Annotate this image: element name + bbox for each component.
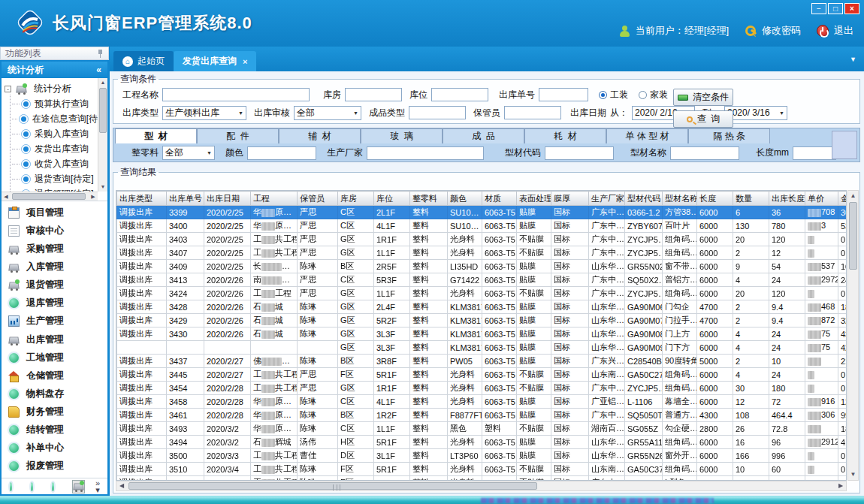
sidebar-item-11[interactable]: 物料盘存 <box>2 385 107 402</box>
tab-shipment-outbound-query[interactable]: 发货出库查询 × <box>174 51 256 71</box>
column-header-2[interactable]: 出库单号 <box>167 192 204 206</box>
table-row-4[interactable]: 调拨出库34072020/2/25工共工程严思G区1L1F整料光身料6063-T… <box>117 246 847 260</box>
table-vertical-scrollbar[interactable]: ▲ ▼ <box>847 190 859 481</box>
date-to-picker[interactable]: 2020/ 3/16 <box>724 106 787 120</box>
column-header-5[interactable]: 保管员 <box>298 192 338 206</box>
column-header-3[interactable]: 出库日期 <box>204 192 251 206</box>
change-password-button[interactable]: 修改密码 <box>762 24 801 38</box>
scroll-up-icon[interactable]: ▲ <box>848 191 858 201</box>
table-row-11[interactable]: G区3L3F整料KLM38176063-T5贴膜国标山东华…GA90M09.门下… <box>117 341 847 355</box>
column-header-14[interactable]: 型材代码 <box>625 192 663 206</box>
column-header-20[interactable]: 金 <box>838 192 847 206</box>
column-header-18[interactable]: 出库长度 <box>769 192 805 206</box>
scroll-right-icon[interactable]: ▶ <box>835 481 846 490</box>
tab-start-page[interactable]: 起始页 <box>113 51 174 71</box>
material-tab-2[interactable]: 配 件 <box>197 128 279 143</box>
sidebar-item-4[interactable]: 入库管理 <box>2 259 107 276</box>
table-row-5[interactable]: 调拨出库34092020/2/25长…陈琳B区2R5F整料LI35HD6063-… <box>117 260 847 273</box>
column-header-17[interactable]: 数量 <box>733 192 769 206</box>
scroll-down-icon[interactable]: ▼ <box>98 183 107 192</box>
material-tab-4[interactable]: 玻 璃 <box>361 128 443 143</box>
table-row-3[interactable]: 调拨出库34032020/2/25工共工程严思G区1R1F整料光身料6063-T… <box>117 233 847 246</box>
column-header-7[interactable]: 库位 <box>374 192 410 206</box>
scroll-up-icon[interactable]: ▲ <box>98 78 107 87</box>
sidebar-item-9[interactable]: 工地管理 <box>2 349 107 366</box>
scroll-left-icon[interactable]: ◀ <box>2 192 11 201</box>
sidebar-item-3[interactable]: 采购管理 <box>2 240 107 257</box>
sidebar-item-1[interactable]: 项目管理 <box>2 204 107 221</box>
table-row-18[interactable]: 调拨出库34942020/3/2石辉城汤伟H区5R1F整料光身料6063-T5贴… <box>117 436 847 449</box>
profile-name-input[interactable] <box>670 146 739 160</box>
tree-vertical-scrollbar[interactable]: ▲ ▼ <box>98 78 107 192</box>
order-no-input[interactable] <box>539 88 588 101</box>
sidebar-item-13[interactable]: 结转管理 <box>2 422 107 439</box>
material-tab-7[interactable]: 单 体 型 材 <box>606 128 688 143</box>
sidebar-item-8[interactable]: 出库管理 <box>2 331 107 348</box>
table-row-2[interactable]: 调拨出库34002020/2/25华原…严思C区4L1F整料SU10…6063-… <box>117 219 847 233</box>
material-tab-3[interactable]: 辅 材 <box>279 128 361 143</box>
scroll-thumb[interactable] <box>128 482 537 490</box>
tree-item-3[interactable]: 采购入库查询 <box>2 126 98 141</box>
tab-list-dropdown-icon[interactable]: ▼ <box>850 56 856 63</box>
sidebar-item-14[interactable]: 补单中心 <box>2 440 107 457</box>
table-row-19[interactable]: 调拨出库35002020/3/3工共工程曹佳D区3L1F整料LT3P606063… <box>117 449 847 463</box>
table-row-12[interactable]: 调拨出库34372020/2/27佛…陈琳B区3R8F整料PW056063-T5… <box>117 355 847 368</box>
table-row-17[interactable]: 调拨出库34932020/3/2华原…陈琳C区1L1F整料黑色塑料不贴膜国标湖南… <box>117 422 847 436</box>
pin-icon[interactable] <box>97 50 104 58</box>
sidebar-item-15[interactable]: 报废管理 <box>2 458 107 475</box>
tree-item-1[interactable]: 预算执行查询 <box>2 96 98 111</box>
table-row-1[interactable]: 调拨出库33992020/2/25华原…严思C区2L1F整料SU10…6063-… <box>117 206 847 219</box>
logout-button[interactable]: 退出 <box>834 24 853 38</box>
table-row-15[interactable]: 调拨出库34582020/2/28华原…陈琳C区4L1F整料光身料6063-T5… <box>117 395 847 409</box>
column-header-15[interactable]: 型材名称 <box>663 192 697 206</box>
table-row-8[interactable]: 调拨出库34282020/2/26石城陈琳G区2L4F整料KLM38176063… <box>117 300 847 314</box>
sidebar-item-5[interactable]: 退货管理 <box>2 277 107 294</box>
table-horizontal-scrollbar[interactable]: ◀ ▶ <box>116 481 847 491</box>
sidebar-item-10[interactable]: 仓储管理 <box>2 367 107 384</box>
scroll-right-icon[interactable]: ▶ <box>89 192 98 201</box>
toolbar-circle-icon[interactable] <box>52 482 54 491</box>
project-name-input[interactable] <box>162 88 310 101</box>
column-header-9[interactable]: 颜色 <box>448 192 482 206</box>
collapse-icon[interactable]: « <box>96 65 101 75</box>
close-button[interactable]: × <box>844 3 859 14</box>
search-button[interactable]: 查 询 <box>673 110 733 128</box>
column-header-4[interactable]: 工程 <box>251 192 298 206</box>
column-header-12[interactable]: 膜厚 <box>551 192 589 206</box>
location-input[interactable] <box>431 88 488 101</box>
material-tab-1[interactable]: 型 材 <box>115 128 197 143</box>
toolbar-more-button[interactable]: »▾ <box>95 480 100 493</box>
column-header-19[interactable]: 单价 <box>805 192 838 206</box>
table-row-10[interactable]: 调拨出库34302020/2/26石城陈琳G区3L3F整料KLM38176063… <box>117 327 847 341</box>
clear-conditions-button[interactable]: 清空条件 <box>673 89 733 106</box>
toolbar-cart-button[interactable] <box>72 480 85 493</box>
table-row-6[interactable]: 调拨出库34132020/2/26南…严思C区5R3F整料G714226063-… <box>117 273 847 287</box>
scroll-thumb[interactable] <box>12 193 86 200</box>
tree-root[interactable]: - 统计分析 <box>2 81 98 96</box>
material-tab-5[interactable]: 成 品 <box>443 128 524 143</box>
tree-item-2[interactable]: 在途信息查询[待 <box>2 111 98 126</box>
section-header[interactable]: 统计分析 « <box>2 62 107 78</box>
column-header-1[interactable]: 出库类型 <box>117 192 167 206</box>
toolbar-circle-icon[interactable] <box>10 482 12 491</box>
sidebar-item-6[interactable]: 退库管理 <box>2 295 107 312</box>
color-input[interactable] <box>247 146 316 160</box>
manufacturer-input[interactable] <box>367 146 484 160</box>
tree-expander-icon[interactable]: - <box>5 86 11 92</box>
tree-item-4[interactable]: 发货出库查询 <box>2 141 98 156</box>
keeper-input[interactable] <box>504 106 561 119</box>
column-header-8[interactable]: 整零料 <box>410 192 448 206</box>
tree-item-5[interactable]: 收货入库查询 <box>2 156 98 171</box>
column-header-16[interactable]: 长度 <box>697 192 733 206</box>
product-type-input[interactable] <box>409 106 466 119</box>
material-tab-6[interactable]: 耗 材 <box>524 128 606 143</box>
sidebar-item-12[interactable]: 财务管理 <box>2 404 107 421</box>
material-tab-8[interactable]: 隔 热 条 <box>688 128 770 143</box>
column-header-10[interactable]: 材质 <box>482 192 517 206</box>
radio-jiazhuang[interactable]: 家装 <box>639 89 668 101</box>
radio-gongzhuang[interactable]: 工装 <box>599 89 628 101</box>
column-header-6[interactable]: 库房 <box>338 192 374 206</box>
outbound-type-select[interactable]: 生产领料出库 <box>162 106 246 120</box>
toolbar-circle-icon[interactable] <box>31 482 33 491</box>
tree-horizontal-scrollbar[interactable]: ◀ ▶ <box>2 192 98 201</box>
